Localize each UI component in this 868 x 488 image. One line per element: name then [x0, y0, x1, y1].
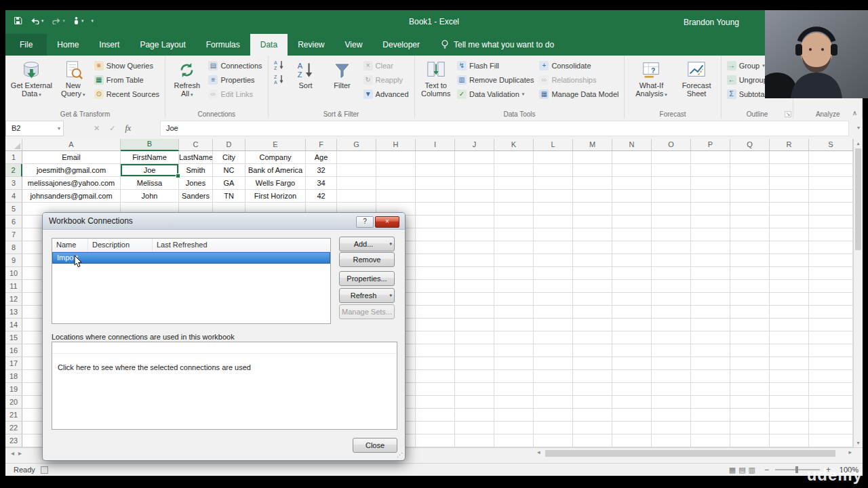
cell-G1[interactable]: [337, 151, 376, 164]
cell-P9[interactable]: [691, 254, 730, 267]
cell-D2[interactable]: NC: [213, 164, 245, 177]
cell-S13[interactable]: [809, 306, 853, 319]
ribbon-button-from-table[interactable]: ▦From Table: [92, 73, 162, 87]
cell-S12[interactable]: [809, 293, 853, 306]
horizontal-scroll-thumb[interactable]: [545, 450, 835, 457]
row-header-17[interactable]: 17: [5, 357, 22, 370]
cell-S14[interactable]: [809, 319, 853, 331]
cell-N14[interactable]: [612, 319, 652, 331]
ribbon-button-text-to-columns[interactable]: Text to Columns: [418, 57, 455, 98]
cell-P1[interactable]: [691, 151, 730, 164]
column-header-b[interactable]: B: [121, 139, 179, 151]
remove-connection-button[interactable]: Remove: [339, 252, 395, 267]
cell-S9[interactable]: [809, 254, 853, 267]
cell-N16[interactable]: [612, 344, 652, 357]
cell-O15[interactable]: [652, 331, 691, 344]
cell-M16[interactable]: [573, 344, 612, 357]
cell-Q23[interactable]: [730, 434, 770, 447]
cell-N10[interactable]: [612, 267, 652, 280]
resize-grip-icon[interactable]: ⋰: [397, 451, 403, 458]
cell-G4[interactable]: [337, 190, 376, 203]
cell-O14[interactable]: [652, 319, 691, 331]
cell-R8[interactable]: [770, 241, 809, 254]
cell-I11[interactable]: [416, 280, 455, 293]
cell-O12[interactable]: [652, 293, 691, 306]
cell-S2[interactable]: [809, 164, 853, 177]
scroll-left-icon[interactable]: ◂: [537, 449, 540, 455]
cell-S17[interactable]: [809, 357, 853, 370]
cell-K22[interactable]: [494, 422, 534, 434]
cell-R18[interactable]: [770, 370, 809, 383]
sheet-tab-nav[interactable]: ◂▸: [11, 449, 26, 457]
tab-data[interactable]: Data: [250, 34, 288, 56]
cell-I4[interactable]: [416, 190, 455, 203]
tab-formulas[interactable]: Formulas: [196, 34, 250, 56]
cell-S3[interactable]: [809, 177, 853, 190]
tell-me-box[interactable]: Tell me what you want to do: [441, 34, 554, 56]
cell-M1[interactable]: [573, 151, 612, 164]
cell-Q10[interactable]: [730, 267, 770, 280]
cell-H1[interactable]: [376, 151, 416, 164]
add-connection-button[interactable]: Add...: [339, 237, 395, 251]
cell-J11[interactable]: [455, 280, 494, 293]
insert-function-icon[interactable]: fx: [125, 123, 131, 134]
view-shortcuts-icons[interactable]: ▦▤▥: [729, 466, 758, 474]
vertical-scrollbar[interactable]: ▴ ▾: [853, 139, 863, 447]
cell-C4[interactable]: Sanders: [179, 190, 213, 203]
cell-K6[interactable]: [494, 216, 534, 228]
cell-L23[interactable]: [534, 434, 573, 447]
cell-L5[interactable]: [534, 203, 573, 216]
cell-K16[interactable]: [494, 344, 534, 357]
cell-J2[interactable]: [455, 164, 494, 177]
cell-L14[interactable]: [534, 319, 573, 331]
cell-P19[interactable]: [691, 383, 730, 396]
cell-Q12[interactable]: [730, 293, 770, 306]
row-header-12[interactable]: 12: [5, 293, 22, 306]
cell-M21[interactable]: [573, 409, 612, 422]
row-header-20[interactable]: 20: [5, 396, 22, 409]
row-header-3[interactable]: 3: [5, 177, 22, 190]
tab-home[interactable]: Home: [47, 34, 89, 56]
dialog-help-button[interactable]: ?: [356, 216, 374, 228]
cell-J5[interactable]: [455, 203, 494, 216]
horizontal-scrollbar[interactable]: ◂ ▸: [536, 448, 853, 459]
cell-B4[interactable]: John: [121, 190, 179, 203]
cell-L7[interactable]: [534, 228, 573, 241]
ribbon-button-recent-sources[interactable]: ⊙Recent Sources: [92, 87, 162, 101]
cell-I21[interactable]: [416, 409, 455, 422]
cell-O16[interactable]: [652, 344, 691, 357]
column-header-f[interactable]: F: [306, 139, 337, 151]
cell-S8[interactable]: [809, 241, 853, 254]
cell-M2[interactable]: [573, 164, 612, 177]
cell-S11[interactable]: [809, 280, 853, 293]
cell-I13[interactable]: [416, 306, 455, 319]
cell-R13[interactable]: [770, 306, 809, 319]
row-header-23[interactable]: 23: [5, 434, 22, 447]
ribbon-button-relationships[interactable]: ∞Relationships: [536, 73, 621, 87]
ribbon-button-forecast-sheet[interactable]: Forecast Sheet: [675, 57, 717, 98]
connection-list-item[interactable]: Import: [52, 252, 330, 264]
cell-O9[interactable]: [652, 254, 691, 267]
cell-N23[interactable]: [612, 434, 652, 447]
row-header-1[interactable]: 1: [5, 151, 22, 164]
ribbon-button-connections[interactable]: ▤Connections: [205, 58, 264, 73]
ribbon-button-sort-za[interactable]: ZA: [271, 73, 288, 87]
scroll-up-icon[interactable]: ▴: [854, 140, 863, 146]
cell-R6[interactable]: [770, 216, 809, 228]
cell-I19[interactable]: [416, 383, 455, 396]
cell-O22[interactable]: [652, 422, 691, 434]
cell-L19[interactable]: [534, 383, 573, 396]
cell-D3[interactable]: GA: [213, 177, 245, 190]
cell-O17[interactable]: [652, 357, 691, 370]
cell-S19[interactable]: [809, 383, 853, 396]
row-header-9[interactable]: 9: [5, 254, 22, 267]
tab-view[interactable]: View: [335, 34, 373, 56]
cell-O20[interactable]: [652, 396, 691, 409]
cell-P12[interactable]: [691, 293, 730, 306]
row-header-22[interactable]: 22: [5, 422, 22, 434]
vertical-scroll-thumb[interactable]: [855, 148, 861, 250]
cell-O19[interactable]: [652, 383, 691, 396]
column-header-o[interactable]: O: [652, 139, 691, 151]
formula-input[interactable]: Joe: [160, 121, 849, 136]
cell-S6[interactable]: [809, 216, 853, 228]
